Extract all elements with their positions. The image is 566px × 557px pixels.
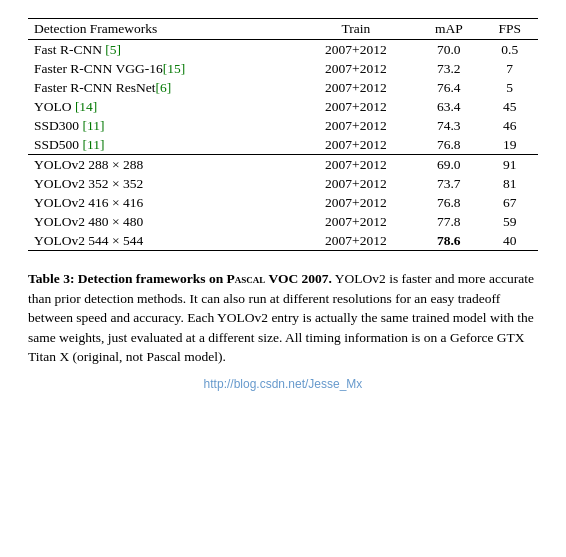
map-value: 69.0 [416, 155, 481, 175]
train-data: 2007+2012 [296, 40, 417, 60]
map-value: 73.2 [416, 59, 481, 78]
table-row: YOLOv2 416 × 416 2007+2012 76.8 67 [28, 193, 538, 212]
framework-name: YOLOv2 544 × 544 [28, 231, 296, 251]
fps-value: 5 [481, 78, 538, 97]
fps-value: 40 [481, 231, 538, 251]
table-row: Fast R-CNN [5] 2007+2012 70.0 0.5 [28, 40, 538, 60]
framework-name: YOLO [14] [28, 97, 296, 116]
fps-value: 59 [481, 212, 538, 231]
framework-name: YOLOv2 288 × 288 [28, 155, 296, 175]
framework-name: Faster R-CNN ResNet[6] [28, 78, 296, 97]
table-row: Faster R-CNN VGG-16[15] 2007+2012 73.2 7 [28, 59, 538, 78]
map-value: 76.8 [416, 135, 481, 155]
framework-name: YOLOv2 480 × 480 [28, 212, 296, 231]
map-value: 70.0 [416, 40, 481, 60]
train-data: 2007+2012 [296, 174, 417, 193]
table-row: YOLOv2 480 × 480 2007+2012 77.8 59 [28, 212, 538, 231]
framework-name: Faster R-CNN VGG-16[15] [28, 59, 296, 78]
framework-name: Fast R-CNN [5] [28, 40, 296, 60]
table-caption: Table 3: Detection frameworks on Pascal … [28, 269, 538, 367]
framework-name: SSD300 [11] [28, 116, 296, 135]
citation: [11] [82, 137, 104, 152]
train-data: 2007+2012 [296, 97, 417, 116]
fps-value: 19 [481, 135, 538, 155]
fps-value: 67 [481, 193, 538, 212]
fps-value: 0.5 [481, 40, 538, 60]
map-value: 76.8 [416, 193, 481, 212]
col-header-fps: FPS [481, 19, 538, 40]
train-data: 2007+2012 [296, 155, 417, 175]
table-row: YOLOv2 288 × 288 2007+2012 69.0 91 [28, 155, 538, 175]
citation: [15] [163, 61, 186, 76]
table-row: YOLOv2 544 × 544 2007+2012 78.6 40 [28, 231, 538, 251]
framework-name: YOLOv2 352 × 352 [28, 174, 296, 193]
map-value: 78.6 [416, 231, 481, 251]
citation: [14] [75, 99, 98, 114]
table-row: YOLO [14] 2007+2012 63.4 45 [28, 97, 538, 116]
fps-value: 45 [481, 97, 538, 116]
table-row: SSD300 [11] 2007+2012 74.3 46 [28, 116, 538, 135]
framework-name: YOLOv2 416 × 416 [28, 193, 296, 212]
fps-value: 46 [481, 116, 538, 135]
citation: [6] [156, 80, 172, 95]
table-row: SSD500 [11] 2007+2012 76.8 19 [28, 135, 538, 155]
table-row: YOLOv2 352 × 352 2007+2012 73.7 81 [28, 174, 538, 193]
pascal-voc-text: Pascal VOC [227, 271, 299, 286]
map-value: 63.4 [416, 97, 481, 116]
map-value: 77.8 [416, 212, 481, 231]
train-data: 2007+2012 [296, 231, 417, 251]
citation: [5] [105, 42, 121, 57]
fps-value: 7 [481, 59, 538, 78]
table-section: Detection Frameworks Train mAP FPS Fast … [28, 18, 538, 251]
map-value: 73.7 [416, 174, 481, 193]
detection-table: Detection Frameworks Train mAP FPS Fast … [28, 18, 538, 251]
col-header-framework: Detection Frameworks [28, 19, 296, 40]
train-data: 2007+2012 [296, 59, 417, 78]
watermark-text: http://blog.csdn.net/Jesse_Mx [28, 377, 538, 391]
framework-name: SSD500 [11] [28, 135, 296, 155]
train-data: 2007+2012 [296, 193, 417, 212]
fps-value: 81 [481, 174, 538, 193]
train-data: 2007+2012 [296, 212, 417, 231]
train-data: 2007+2012 [296, 116, 417, 135]
map-value: 74.3 [416, 116, 481, 135]
fps-value: 91 [481, 155, 538, 175]
caption-title: Detection frameworks on Pascal VOC 2007. [74, 271, 332, 286]
caption-label: Table 3: [28, 271, 74, 286]
col-header-train: Train [296, 19, 417, 40]
col-header-map: mAP [416, 19, 481, 40]
map-value: 76.4 [416, 78, 481, 97]
train-data: 2007+2012 [296, 78, 417, 97]
train-data: 2007+2012 [296, 135, 417, 155]
table-row: Faster R-CNN ResNet[6] 2007+2012 76.4 5 [28, 78, 538, 97]
citation: [11] [82, 118, 104, 133]
